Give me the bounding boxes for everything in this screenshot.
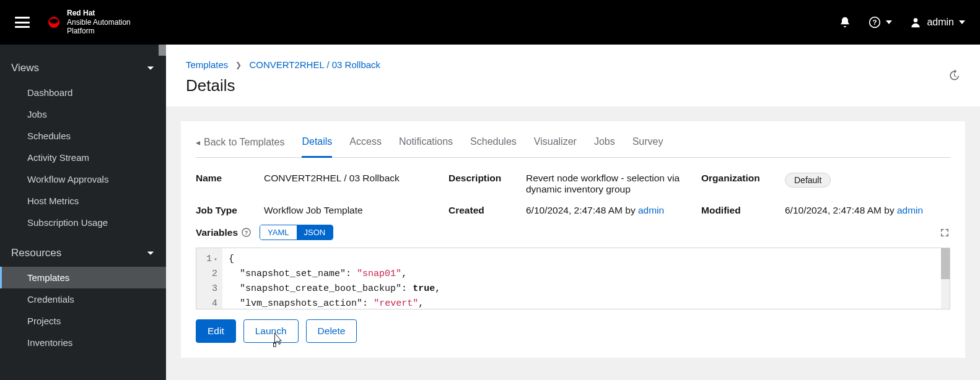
launch-button[interactable]: Launch	[243, 319, 299, 343]
help-menu[interactable]: ?	[868, 16, 892, 28]
sidebar-item-credentials[interactable]: Credentials	[0, 288, 166, 310]
details-card: Back to Templates Details Access Notific…	[181, 121, 965, 358]
username: admin	[927, 17, 954, 28]
breadcrumb-root[interactable]: Templates	[186, 59, 228, 70]
user-menu[interactable]: admin	[909, 16, 965, 28]
details-grid: Name CONVERT2RHEL / 03 Rollback Descript…	[196, 158, 950, 218]
sidebar-item-jobs[interactable]: Jobs	[0, 103, 166, 125]
tab-bar: Back to Templates Details Access Notific…	[196, 121, 950, 158]
chevron-down-icon	[146, 64, 155, 72]
breadcrumb: Templates ❯ CONVERT2RHEL / 03 Rollback	[186, 59, 960, 70]
tab-access[interactable]: Access	[349, 131, 382, 158]
help-icon[interactable]: ?	[242, 228, 251, 237]
created-user-link[interactable]: admin	[638, 205, 664, 215]
modified-user-link[interactable]: admin	[897, 205, 923, 215]
page-title: Details	[186, 76, 960, 95]
chevron-down-icon	[886, 20, 892, 24]
user-icon	[909, 16, 922, 28]
toggle-json[interactable]: JSON	[297, 225, 333, 240]
menu-toggle-icon[interactable]	[15, 17, 30, 28]
brand-text: Red Hat Ansible Automation Platform	[67, 9, 131, 35]
value-created: 6/10/2024, 2:47:48 AM by admin	[526, 205, 696, 216]
breadcrumb-current[interactable]: CONVERT2RHEL / 03 Rollback	[249, 59, 380, 70]
sidebar-item-workflow-approvals[interactable]: Workflow Approvals	[0, 168, 166, 190]
value-name: CONVERT2RHEL / 03 Rollback	[264, 173, 444, 195]
svg-point-1	[50, 19, 58, 24]
code-scrollbar[interactable]	[941, 248, 950, 309]
sidebar-item-subscription-usage[interactable]: Subscription Usage	[0, 212, 166, 233]
masthead: Red Hat Ansible Automation Platform ? ad…	[0, 0, 980, 45]
tab-schedules[interactable]: Schedules	[470, 131, 517, 158]
format-toggle: YAML JSON	[260, 225, 333, 240]
toggle-yaml[interactable]: YAML	[260, 225, 296, 240]
edit-button[interactable]: Edit	[196, 319, 236, 343]
sidebar: Views Dashboard Jobs Schedules Activity …	[0, 45, 166, 380]
chevron-down-icon	[959, 20, 965, 24]
label-modified: Modified	[701, 205, 772, 216]
tab-notifications[interactable]: Notifications	[399, 131, 453, 158]
chevron-down-icon	[146, 249, 155, 257]
tab-jobs[interactable]: Jobs	[594, 131, 615, 158]
svg-text:?: ?	[873, 18, 877, 26]
sidebar-item-dashboard[interactable]: Dashboard	[0, 82, 166, 103]
help-icon: ?	[868, 16, 881, 28]
expand-icon[interactable]	[939, 227, 950, 238]
label-name: Name	[196, 173, 252, 195]
back-to-templates[interactable]: Back to Templates	[196, 132, 284, 157]
page-header: Templates ❯ CONVERT2RHEL / 03 Rollback D…	[166, 45, 980, 106]
sidebar-section-views[interactable]: Views	[0, 57, 166, 82]
brand[interactable]: Red Hat Ansible Automation Platform	[47, 9, 131, 35]
value-jobtype: Workflow Job Template	[264, 205, 444, 216]
org-chip[interactable]: Default	[785, 173, 831, 188]
value-description: Revert node workflow - selection via dyn…	[526, 173, 696, 195]
action-row: Edit Launch Delete	[196, 309, 950, 343]
svg-point-4	[914, 18, 918, 22]
value-modified: 6/10/2024, 2:47:48 AM by admin	[785, 205, 950, 216]
label-variables: Variables ?	[196, 227, 251, 238]
tab-details[interactable]: Details	[302, 131, 332, 158]
main-content: Templates ❯ CONVERT2RHEL / 03 Rollback D…	[166, 45, 980, 380]
sidebar-scrollbar[interactable]	[159, 45, 166, 56]
tab-visualizer[interactable]: Visualizer	[534, 131, 577, 158]
sidebar-item-projects[interactable]: Projects	[0, 310, 166, 332]
label-jobtype: Job Type	[196, 205, 252, 216]
sidebar-section-resources[interactable]: Resources	[0, 242, 166, 267]
sidebar-item-activity-stream[interactable]: Activity Stream	[0, 147, 166, 168]
sidebar-item-schedules[interactable]: Schedules	[0, 125, 166, 147]
bell-icon[interactable]	[839, 16, 851, 28]
sidebar-item-host-metrics[interactable]: Host Metrics	[0, 190, 166, 212]
code-gutter: 1▾234	[196, 248, 222, 309]
variables-row: Variables ? YAML JSON	[196, 218, 950, 248]
sidebar-item-templates[interactable]: Templates	[0, 267, 166, 288]
code-body[interactable]: { "snapshot_set_name": "snap01", "snapsh…	[222, 248, 950, 309]
tab-survey[interactable]: Survey	[632, 131, 663, 158]
svg-text:?: ?	[245, 230, 248, 236]
history-icon[interactable]	[948, 69, 960, 82]
redhat-logo-icon	[47, 15, 61, 29]
delete-button[interactable]: Delete	[306, 319, 357, 343]
label-created: Created	[448, 205, 514, 216]
breadcrumb-separator-icon: ❯	[235, 61, 242, 69]
sidebar-item-inventories[interactable]: Inventories	[0, 332, 166, 353]
svg-rect-7	[274, 343, 276, 347]
label-description: Description	[448, 173, 514, 195]
code-editor[interactable]: 1▾234 { "snapshot_set_name": "snap01", "…	[196, 248, 950, 309]
label-organization: Organization	[701, 173, 772, 195]
